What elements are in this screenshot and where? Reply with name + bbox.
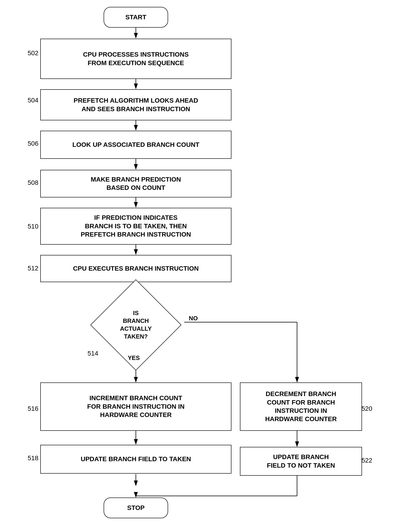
node-504: PREFETCH ALGORITHM LOOKS AHEAD AND SEES … [40,89,232,120]
ref-510: 510 [28,223,38,230]
ref-518: 518 [28,455,38,462]
node-502: CPU PROCESSES INSTRUCTIONS FROM EXECUTIO… [40,39,232,79]
start-label: START [122,11,150,24]
node-510: IF PREDICTION INDICATES BRANCH IS TO BE … [40,208,232,245]
ref-506: 506 [28,140,38,147]
node-510-text: IF PREDICTION INDICATES BRANCH IS TO BE … [77,211,195,241]
node-508: MAKE BRANCH PREDICTION BASED ON COUNT [40,170,232,198]
stop-node: STOP [104,498,168,518]
node-522: UPDATE BRANCH FIELD TO NOT TAKEN [240,447,362,476]
ref-508: 508 [28,179,38,186]
node-516: INCREMENT BRANCH COUNT FOR BRANCH INSTRU… [40,382,232,431]
node-508-text: MAKE BRANCH PREDICTION BASED ON COUNT [87,173,185,194]
stop-label: STOP [123,501,148,514]
node-506: LOOK UP ASSOCIATED BRANCH COUNT [40,131,232,159]
node-520: DECREMENT BRANCH COUNT FOR BRANCH INSTRU… [240,382,362,431]
no-label: NO [189,315,198,322]
node-522-text: UPDATE BRANCH FIELD TO NOT TAKEN [263,451,339,472]
node-512: CPU EXECUTES BRANCH INSTRUCTION [40,255,232,282]
ref-502: 502 [28,50,38,57]
node-520-text: DECREMENT BRANCH COUNT FOR BRANCH INSTRU… [261,388,340,426]
ref-504: 504 [28,97,38,104]
yes-label: YES [128,354,140,361]
start-node: START [104,7,168,28]
ref-520: 520 [361,405,372,412]
node-504-text: PREFETCH ALGORITHM LOOKS AHEAD AND SEES … [70,94,202,116]
node-502-text: CPU PROCESSES INSTRUCTIONS FROM EXECUTIO… [79,48,193,69]
node-514-text: IS BRANCH ACTUALLY TAKEN? [104,307,168,343]
node-506-text: LOOK UP ASSOCIATED BRANCH COUNT [69,138,203,151]
ref-522: 522 [361,457,372,464]
flowchart: START 502 CPU PROCESSES INSTRUCTIONS FRO… [0,0,420,521]
node-514-container: IS BRANCH ACTUALLY TAKEN? [88,293,184,352]
node-516-text: INCREMENT BRANCH COUNT FOR BRANCH INSTRU… [83,392,188,421]
ref-514: 514 [88,350,98,357]
ref-512: 512 [28,265,38,272]
node-518-text: UPDATE BRANCH FIELD TO TAKEN [77,453,195,466]
node-518: UPDATE BRANCH FIELD TO TAKEN [40,445,232,474]
ref-516: 516 [28,405,38,412]
node-512-text: CPU EXECUTES BRANCH INSTRUCTION [69,262,202,275]
